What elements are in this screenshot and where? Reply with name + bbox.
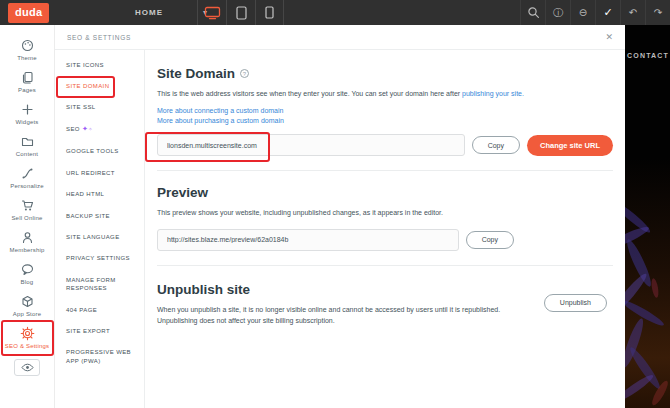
mobile-mode-button[interactable] — [255, 0, 284, 25]
sidebar-item-label: Membership — [9, 247, 44, 253]
sidebar-item-label: Sell Online — [11, 215, 42, 221]
sidebar-item-label: SEO & Settings — [5, 343, 50, 349]
chat-icon — [20, 262, 35, 277]
preview-toggle-button[interactable] — [14, 359, 40, 376]
menu-item-head-html[interactable]: HEAD HTML — [55, 184, 141, 205]
connect-custom-domain-link[interactable]: More about connecting a custom domain — [157, 107, 613, 114]
purchase-custom-domain-link[interactable]: More about purchasing a custom domain — [157, 117, 613, 124]
undo-icon: ↶ — [629, 7, 637, 18]
eye-icon — [21, 363, 34, 372]
menu-item-google-tools[interactable]: GOOGLE TOOLS — [55, 141, 141, 162]
menu-item-404-page[interactable]: 404 PAGE — [55, 299, 141, 320]
sidebar-item-label: Blog — [21, 279, 34, 285]
desktop-mode-button[interactable] — [197, 0, 226, 25]
menu-item-url-redirect[interactable]: URL REDIRECT — [55, 162, 141, 183]
redo-icon: ↷ — [654, 7, 662, 18]
sidebar-item-pages[interactable]: Pages — [0, 65, 54, 97]
settings-menu: SITE ICONS SITE DOMAIN SITE SSL SEO ✦✧ G… — [55, 50, 145, 408]
topbar: duda HOME ▾ ⓘ ⊖ ✓ ↶ ↷ — [0, 0, 670, 25]
menu-item-pwa[interactable]: PROGRESSIVE WEB APP (PWA) — [55, 342, 141, 372]
menu-item-site-domain[interactable]: SITE DOMAIN — [55, 75, 141, 96]
page-selector-label: HOME — [135, 8, 163, 17]
sparkle-icon: ✧ — [88, 126, 93, 132]
overlay-header: SEO & SETTINGS ✕ — [55, 25, 625, 50]
mobile-icon — [265, 6, 274, 19]
site-preview-image — [625, 158, 670, 408]
settings-content: Site Domain ? This is the web address vi… — [145, 50, 625, 408]
feedback-button[interactable]: ⊖ — [570, 0, 595, 25]
sidebar-item-label: Personalize — [10, 183, 44, 189]
save-status-button[interactable]: ✓ — [595, 0, 620, 25]
box-icon — [20, 294, 35, 309]
sidebar-item-label: Widgets — [15, 119, 38, 125]
seo-settings-overlay: SEO & SETTINGS ✕ SITE ICONS SITE DOMAIN … — [55, 25, 625, 408]
site-domain-input[interactable] — [157, 134, 465, 156]
overlay-title: SEO & SETTINGS — [67, 34, 131, 41]
sidebar-item-label: Theme — [17, 55, 37, 61]
tablet-icon — [236, 6, 247, 20]
sidebar: Theme Pages Widgets Content Personalize … — [0, 25, 55, 408]
sidebar-item-blog[interactable]: Blog — [0, 257, 54, 289]
person-icon — [20, 230, 35, 245]
info-icon: ⓘ — [553, 6, 563, 20]
palette-icon — [20, 38, 35, 53]
sidebar-item-label: Content — [16, 151, 38, 157]
preview-title: Preview — [157, 185, 208, 200]
pages-icon — [20, 70, 35, 85]
divider — [157, 265, 613, 266]
duda-logo: duda — [8, 3, 49, 23]
copy-preview-url-button[interactable]: Copy — [466, 231, 514, 249]
help-icon[interactable]: ? — [240, 69, 249, 78]
site-domain-title: Site Domain — [157, 66, 235, 81]
topbar-actions: ⓘ ⊖ ✓ ↶ ↷ — [520, 0, 670, 25]
folder-icon — [20, 134, 35, 149]
comment-minus-icon: ⊖ — [579, 7, 587, 18]
sidebar-item-content[interactable]: Content — [0, 129, 54, 161]
site-nav-contact-link[interactable]: CONTACT — [627, 52, 669, 59]
menu-item-backup-site[interactable]: BACKUP SITE — [55, 205, 141, 226]
tablet-mode-button[interactable] — [226, 0, 255, 25]
menu-item-site-icons[interactable]: SITE ICONS — [55, 54, 141, 75]
sidebar-item-seo-settings[interactable]: SEO & Settings — [0, 321, 54, 353]
curve-icon — [20, 166, 35, 181]
sidebar-item-label: Pages — [18, 87, 36, 93]
menu-item-site-language[interactable]: SITE LANGUAGE — [55, 227, 141, 248]
search-button[interactable] — [520, 0, 545, 25]
unpublish-button[interactable]: Unpublish — [544, 294, 607, 312]
preview-description: This preview shows your website, includi… — [157, 208, 613, 219]
cart-icon — [20, 198, 35, 213]
plus-icon — [20, 102, 35, 117]
sidebar-item-membership[interactable]: Membership — [0, 225, 54, 257]
sidebar-item-sell-online[interactable]: Sell Online — [0, 193, 54, 225]
menu-item-site-export[interactable]: SITE EXPORT — [55, 320, 141, 341]
preview-url-input[interactable] — [157, 229, 459, 251]
info-button[interactable]: ⓘ — [545, 0, 570, 25]
gear-icon — [20, 326, 35, 341]
close-icon[interactable]: ✕ — [605, 32, 613, 42]
menu-item-privacy-settings[interactable]: PRIVACY SETTINGS — [55, 248, 141, 269]
sidebar-item-widgets[interactable]: Widgets — [0, 97, 54, 129]
site-domain-description: This is the web address visitors see whe… — [157, 89, 613, 100]
sidebar-item-app-store[interactable]: App Store — [0, 289, 54, 321]
divider — [157, 170, 613, 171]
redo-button[interactable]: ↷ — [645, 0, 670, 25]
search-icon — [527, 6, 540, 19]
unpublish-description: When you unpublish a site, it is no long… — [157, 304, 529, 326]
sidebar-item-theme[interactable]: Theme — [0, 33, 54, 65]
sidebar-item-personalize[interactable]: Personalize — [0, 161, 54, 193]
device-switcher — [197, 0, 284, 25]
menu-item-site-ssl[interactable]: SITE SSL — [55, 97, 141, 118]
site-preview-strip: CONTACT — [625, 25, 670, 408]
publishing-your-site-link[interactable]: publishing your site. — [462, 90, 524, 97]
copy-domain-button[interactable]: Copy — [472, 136, 520, 154]
menu-item-manage-form-responses[interactable]: MANAGE FORM RESPONSES — [55, 269, 141, 299]
desktop-icon — [204, 6, 221, 20]
check-icon: ✓ — [603, 6, 612, 19]
sidebar-item-label: App Store — [13, 311, 41, 317]
unpublish-title: Unpublish site — [157, 282, 250, 297]
change-site-url-button[interactable]: Change site URL — [527, 135, 613, 156]
undo-button[interactable]: ↶ — [620, 0, 645, 25]
menu-item-seo[interactable]: SEO ✦✧ — [55, 118, 141, 141]
